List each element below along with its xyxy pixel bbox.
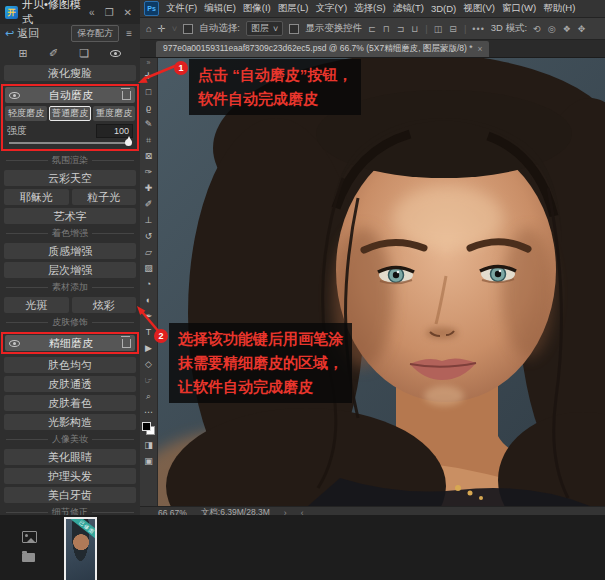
auto-smooth-row[interactable]: 自动磨皮 [5,87,135,103]
translucent-skin-button[interactable]: 皮肤通透 [4,376,136,392]
stamp-icon[interactable]: ❏ [79,47,89,60]
menu-3d[interactable]: 3D(D) [431,3,456,14]
document-canvas[interactable] [158,58,605,506]
distribute-v-icon[interactable]: ⊟ [449,24,458,34]
auto-select-checkbox[interactable] [183,24,193,34]
tool-eraser-icon[interactable]: ▱ [145,244,152,260]
menu-help[interactable]: 帮助(H) [543,2,575,15]
menu-window[interactable]: 窗口(W) [502,2,536,15]
light-spot-button[interactable]: 光斑 [4,297,69,313]
depth-enhance-button[interactable]: 层次增强 [4,262,136,278]
align-left-icon[interactable]: ⊏ [368,24,377,34]
menu-image[interactable]: 图像(I) [243,2,271,15]
tool-text-icon[interactable]: T [146,324,152,340]
align-center-icon[interactable]: ⊓ [383,24,391,34]
mode-pan-icon[interactable]: ❖ [563,24,572,34]
tool-eyedropper-icon[interactable]: ✑ [145,164,153,180]
collapse-icon[interactable]: « [86,7,98,18]
tool-hand-icon[interactable]: ☞ [144,372,152,388]
folder-icon[interactable] [22,553,35,562]
auto-smooth-button[interactable]: 自动磨皮 [20,88,122,103]
menu-filter[interactable]: 滤镜(T) [393,2,424,15]
tool-dodge-icon[interactable]: ◐ [146,292,151,308]
panel-menu-icon[interactable]: ≡ [123,28,135,39]
tab-close-icon[interactable]: × [477,44,482,54]
trash-icon[interactable] [122,339,131,348]
tool-clone-stamp-icon[interactable]: ⊥ [145,212,153,228]
smooth-light-button[interactable]: 轻度磨皮 [5,106,47,121]
visibility-eye-icon[interactable] [9,338,20,349]
liquify-face-button[interactable]: 液化瘦脸 [4,65,136,81]
hair-care-button[interactable]: 护理头发 [4,468,136,484]
screen-mode-icon[interactable]: ▣ [144,453,153,469]
menu-layer[interactable]: 图层(L) [278,2,309,15]
brush-icon[interactable]: ✐ [49,47,58,60]
menu-edit[interactable]: 编辑(E) [204,2,236,15]
colorful-button[interactable]: 炫彩 [72,297,137,313]
tool-history-brush-icon[interactable]: ↺ [145,228,153,244]
show-transform-checkbox[interactable] [289,24,299,34]
mode-orbit-icon[interactable]: ⟲ [533,24,542,34]
align-right-icon[interactable]: ⊐ [397,24,406,34]
tool-quick-select-icon[interactable]: ✎ [145,116,153,132]
distribute-h-icon[interactable]: ◫ [434,24,444,34]
menu-file[interactable]: 文件(F) [166,2,197,15]
close-icon[interactable]: ✕ [121,7,135,18]
cloud-sky-button[interactable]: 云彩天空 [4,170,136,186]
photo-thumbnail[interactable]: 已修图 [64,517,97,580]
tool-shape-icon[interactable]: ◇ [145,356,152,372]
whiten-teeth-button[interactable]: 美白牙齿 [4,487,136,503]
trash-icon[interactable] [122,91,131,100]
tool-pen-icon[interactable]: ✒ [145,308,153,324]
visibility-eye-icon[interactable] [9,90,20,101]
toolbar-expand-icon[interactable]: » [147,58,151,68]
collage-icon[interactable]: ⊞ [19,47,28,60]
particle-light-button[interactable]: 粒子光 [72,189,137,205]
smooth-heavy-button[interactable]: 重度磨皮 [93,106,135,121]
tool-brush-icon[interactable]: ✐ [145,196,153,212]
smooth-normal-button[interactable]: 普通磨皮 [49,106,91,121]
menu-view[interactable]: 视图(V) [463,2,495,15]
menu-select[interactable]: 选择(S) [354,2,386,15]
tool-healing-icon[interactable]: ✚ [145,180,153,196]
tool-frame-icon[interactable]: ⊠ [145,148,153,164]
quick-mask-icon[interactable]: ◨ [144,437,153,453]
jesus-light-button[interactable]: 耶稣光 [4,189,69,205]
back-button[interactable]: ↩ 返回 [5,26,67,41]
dropdown-caret-icon[interactable]: ˅ [172,23,178,34]
strength-slider[interactable] [9,142,131,144]
preview-eye-icon[interactable] [110,48,121,59]
edit-toolbar-icon[interactable]: ⋯ [144,404,153,420]
section-atmosphere: 氛围渲染 [6,154,134,167]
slider-handle[interactable] [125,139,132,146]
more-options-icon[interactable]: ••• [472,24,484,34]
light-shadow-button[interactable]: 光影构造 [4,414,136,430]
tool-crop-icon[interactable]: ⌗ [146,132,151,148]
skin-tint-button[interactable]: 皮肤着色 [4,395,136,411]
texture-enhance-button[interactable]: 质感增强 [4,243,136,259]
mode-roll-icon[interactable]: ◎ [548,24,557,34]
fine-smooth-row[interactable]: 精细磨皮 [5,335,135,351]
tool-zoom-icon[interactable]: ⌕ [146,388,151,404]
tool-lasso-icon[interactable]: ϱ [146,100,151,116]
mode-slide-icon[interactable]: ✥ [578,24,587,34]
color-swatches[interactable] [142,422,155,435]
auto-select-dropdown[interactable]: 图层 ˅ [246,21,283,36]
home-icon[interactable]: ⌂ [146,23,152,34]
move-tool-icon[interactable]: ✛ [158,23,166,34]
tool-blur-icon[interactable]: ◔ [146,276,151,292]
float-window-icon[interactable]: ❐ [102,7,117,18]
save-recipe-button[interactable]: 保存配方 [71,25,119,42]
fine-smooth-button[interactable]: 精细磨皮 [20,336,122,351]
even-skin-button[interactable]: 肤色均匀 [4,357,136,373]
document-tab[interactable]: 977e0a00159311eaaf87309c23d62ec5.psd @ 6… [156,41,489,57]
beautify-eyes-button[interactable]: 美化眼睛 [4,449,136,465]
menu-type[interactable]: 文字(Y) [315,2,347,15]
tool-path-select-icon[interactable]: ▶ [145,340,152,356]
tool-move-icon[interactable]: ✛ [145,68,153,84]
image-icon[interactable] [22,531,37,543]
art-text-button[interactable]: 艺术字 [4,208,136,224]
tool-marquee-icon[interactable]: □ [146,84,151,100]
tool-gradient-icon[interactable]: ▨ [144,260,153,276]
align-bottom-icon[interactable]: ⊔ [411,24,419,34]
